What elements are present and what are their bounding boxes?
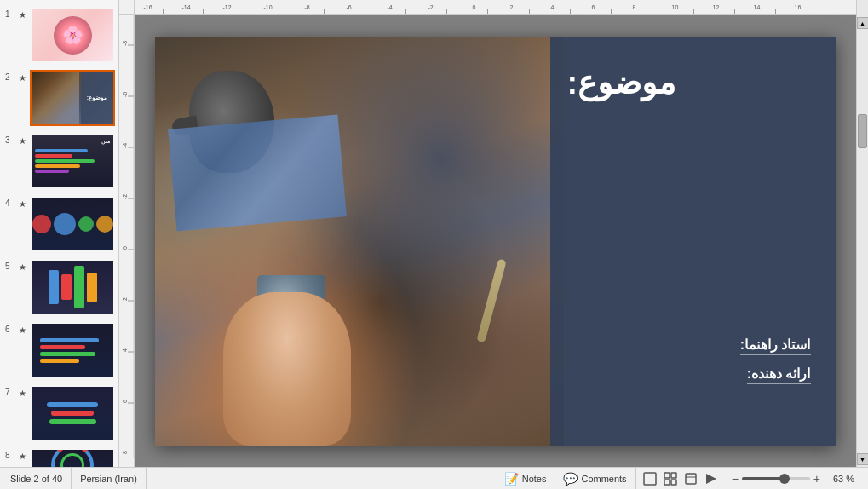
slide-star-2: ★ (19, 70, 26, 83)
comments-label: Comments (581, 474, 626, 484)
svg-text:-2: -2 (122, 194, 128, 199)
subtitle-text-1: استاد راهنما: (740, 337, 811, 353)
reading-view-icon (684, 472, 698, 486)
slide-item-8[interactable]: 8 ★ (0, 445, 118, 467)
slide-6-bg (32, 324, 113, 377)
notes-button[interactable]: 📝 Notes (496, 468, 555, 489)
ruler-left: -8 -6 -4 -2 0 2 4 6 (119, 15, 135, 467)
svg-text:6: 6 (122, 400, 128, 403)
slide-show-button[interactable] (704, 472, 718, 486)
blue-cloth (168, 115, 347, 232)
slide-item-2[interactable]: 2 ★ موضوع: (0, 66, 118, 129)
slide-info-text: Slide 2 of 40 (10, 474, 62, 484)
ruler-top-container: -16 -14 -12 -10 -8 -6 -4 -2 0 2 4 6 8 10 (119, 0, 868, 15)
slide-num-2: 2 (5, 70, 15, 82)
slide-thumb-2: موضوع: (32, 72, 113, 124)
slide-sorter-icon (664, 472, 677, 486)
language-text: Persian (Iran) (80, 474, 137, 484)
editor-area: -16 -14 -12 -10 -8 -6 -4 -2 0 2 4 6 8 10 (119, 0, 868, 467)
svg-text:2: 2 (122, 297, 128, 301)
slide-thumb-6 (32, 324, 113, 377)
slide-thumb-wrapper-8 (30, 448, 115, 467)
slide-5-bg (32, 261, 113, 314)
svg-text:-4: -4 (388, 4, 393, 10)
slide-item-6[interactable]: 6 ★ (0, 319, 118, 382)
svg-text:0: 0 (122, 246, 128, 250)
ruler-right-end (856, 0, 868, 15)
svg-text:-10: -10 (264, 4, 273, 10)
slide-thumb-wrapper-5 (30, 259, 115, 315)
svg-text:2: 2 (510, 4, 514, 10)
slide-item-1[interactable]: 1 ★ 🌸 (0, 3, 118, 66)
slide-thumb-wrapper-6 (30, 322, 115, 378)
comments-button[interactable]: 💬 Comments (555, 468, 635, 489)
svg-text:8: 8 (122, 451, 128, 454)
canvas-wrapper: -8 -6 -4 -2 0 2 4 6 (119, 15, 868, 467)
slide-num-3: 3 (5, 133, 15, 145)
slide-thumb-7 (32, 387, 113, 440)
svg-text:-4: -4 (122, 143, 128, 148)
slide-star-3: ★ (19, 133, 26, 146)
slide-canvas[interactable]: موضوع: استاد راهنما: ارائه دهنده: (135, 15, 856, 467)
slide-item-5[interactable]: 5 ★ (0, 256, 118, 319)
slide-thumb-wrapper-2: موضوع: (30, 70, 115, 126)
reading-view-button[interactable] (684, 472, 698, 486)
slide-num-7: 7 (5, 385, 15, 397)
svg-text:16: 16 (795, 4, 802, 10)
slide-star-4: ★ (19, 196, 26, 209)
subtitle-line-2: ارائه دهنده: (567, 365, 811, 384)
slide-subtitle-section: استاد راهنما: ارائه دهنده: (567, 337, 811, 394)
slide-show-icon (704, 472, 718, 486)
bar-3 (74, 266, 84, 308)
svg-text:-16: -16 (144, 4, 152, 10)
slide-num-5: 5 (5, 259, 15, 271)
slide-4-bg (32, 198, 113, 250)
language-item[interactable]: Persian (Iran) (72, 468, 147, 489)
scroll-down-button[interactable]: ▼ (857, 453, 869, 465)
slide-title: موضوع: (567, 62, 676, 104)
subtitle-text-2: ارائه دهنده: (747, 365, 811, 382)
scrollbar-track[interactable] (857, 29, 868, 453)
svg-marker-61 (706, 474, 716, 484)
slide-1-bg: 🌸 (32, 9, 113, 61)
normal-view-icon (643, 472, 657, 486)
slide-photo-area (155, 37, 564, 446)
slide-star-1: ★ (19, 7, 26, 20)
zoom-out-button[interactable]: − (732, 472, 739, 486)
circle-orange (96, 216, 113, 233)
scrollbar-thumb[interactable] (858, 114, 867, 148)
svg-text:-8: -8 (305, 4, 310, 10)
slide-item-7[interactable]: 7 ★ (0, 382, 118, 445)
slide-item-3[interactable]: 3 ★ متن (0, 129, 118, 193)
slide-8-bg (32, 450, 113, 467)
slide-thumb-3: متن (32, 135, 113, 187)
scroll-up-button[interactable]: ▲ (857, 17, 869, 29)
slide-sorter-button[interactable] (664, 472, 677, 486)
slide-thumb-wrapper-1: 🌸 (30, 7, 115, 63)
svg-text:-2: -2 (428, 4, 434, 10)
slide-item-4[interactable]: 4 ★ (0, 193, 118, 256)
zoom-slider[interactable] (742, 477, 810, 480)
svg-rect-59 (686, 474, 696, 484)
zoom-in-button[interactable]: + (813, 472, 820, 486)
svg-text:6: 6 (592, 4, 595, 10)
svg-text:-14: -14 (182, 4, 191, 10)
svg-text:0: 0 (473, 4, 476, 10)
zoom-slider-fill (742, 477, 785, 480)
zoom-slider-thumb[interactable] (779, 474, 790, 484)
svg-text:10: 10 (672, 4, 679, 10)
view-icons (636, 472, 725, 486)
bar-4 (87, 273, 97, 302)
slide-info-item[interactable]: Slide 2 of 40 (7, 468, 72, 489)
svg-text:-8: -8 (122, 41, 128, 46)
zoom-percent: 63 % (824, 474, 854, 484)
slide-7-bg (32, 387, 113, 440)
circle-green (78, 216, 94, 232)
slide-thumb-8 (32, 450, 113, 467)
ruler-top: -16 -14 -12 -10 -8 -6 -4 -2 0 2 4 6 8 10 (135, 0, 856, 15)
svg-rect-55 (664, 473, 670, 478)
svg-text:14: 14 (754, 4, 761, 10)
normal-view-button[interactable] (643, 472, 657, 486)
slide-star-5: ★ (19, 259, 26, 272)
ruler-left-svg: -8 -6 -4 -2 0 2 4 6 (119, 15, 135, 458)
